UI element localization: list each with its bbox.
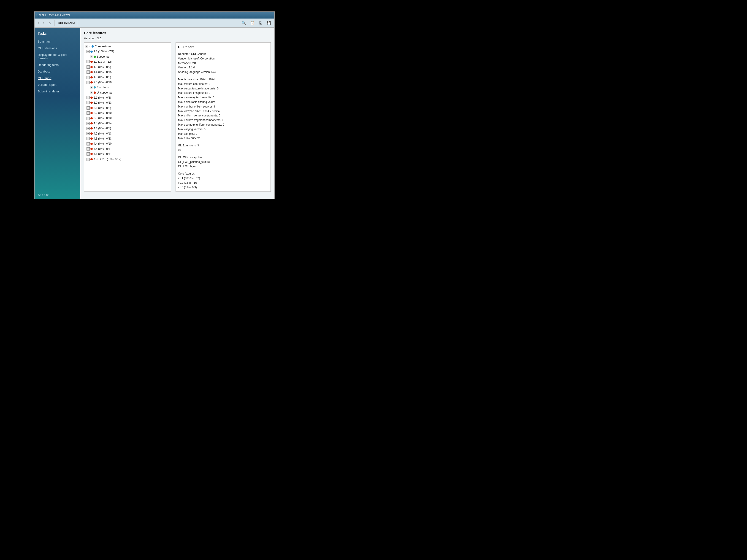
- tree-label-4-6: 4.6 (0 % - 0/11): [94, 152, 112, 156]
- tree-label-arb2015: ARB 2015 (0 % - 0/12): [94, 157, 121, 161]
- tree-item-3-1: + 3.1 (0 % - 0/8): [86, 105, 170, 110]
- dot-3-1: [91, 107, 93, 109]
- tree-label-2-1: 2.1 (0 % - 0/3): [94, 96, 111, 100]
- expand-2-1[interactable]: +: [86, 96, 90, 99]
- texture-line-5: Max anisotropic filtering value: 0: [178, 100, 268, 105]
- texture-line-0: Max texture size: 1024 x 1024: [178, 77, 268, 82]
- texture-line-10: Max geometry uniform components: 0: [178, 123, 268, 127]
- expand-1-5[interactable]: +: [86, 76, 90, 79]
- tree-item-functions: + Functions: [90, 85, 170, 90]
- expand-4-5[interactable]: +: [86, 147, 90, 151]
- gl-report-title: GL Report: [178, 44, 268, 50]
- db-button[interactable]: 🗄: [257, 20, 264, 26]
- sidebar-footer[interactable]: See also: [34, 191, 80, 199]
- tree-item-root: − ⊙ Core features: [85, 44, 170, 49]
- texture-line-7: Max viewport size: 16384 x 16384: [178, 109, 268, 114]
- dot-4-1: [91, 127, 93, 130]
- tree-label-4-1: 4.1 (0 % - 0/7): [94, 126, 111, 131]
- expand-1-3[interactable]: +: [86, 65, 90, 69]
- expand-3-3[interactable]: +: [86, 117, 90, 120]
- sidebar-item-rendering-tests[interactable]: Rendering tests: [34, 61, 80, 68]
- dot-arb2015: [91, 158, 93, 160]
- tree-item-4-6: + 4.6 (0 % - 0/11): [86, 152, 170, 157]
- tree-item-arb2015: + ARB 2015 (0 % - 0/12): [86, 157, 170, 162]
- renderer-line-4: Shading language version: N/A: [178, 70, 268, 75]
- expand-supported[interactable]: +: [90, 55, 93, 58]
- expand-arb2015[interactable]: +: [86, 158, 90, 161]
- expand-1-2[interactable]: +: [86, 60, 90, 63]
- dot-unsupported: [94, 91, 96, 94]
- dot-4-2: [91, 132, 93, 135]
- save-button[interactable]: 💾: [265, 20, 273, 26]
- tree-label-1-3: 1.3 (0 % - 0/9): [94, 65, 111, 69]
- tree-label-1-2: 1.2 (12 % - 1/8): [94, 59, 112, 64]
- expand-4-6[interactable]: +: [86, 152, 90, 156]
- texture-line-4: Max geometry texture units: 0: [178, 96, 268, 100]
- expand-3-2[interactable]: +: [86, 111, 90, 115]
- expand-1-1[interactable]: −: [86, 50, 90, 53]
- dot-1-4: [91, 71, 93, 73]
- tree-label-1-5: 1.5 (0 % - 0/3): [94, 75, 111, 79]
- dot-root: [92, 45, 94, 48]
- sidebar-item-summary[interactable]: Summary: [34, 38, 80, 45]
- tree-label-1-1: 1.1 (100 % - 7/7): [94, 49, 114, 54]
- expand-3-1[interactable]: +: [86, 106, 90, 110]
- expand-1-4[interactable]: +: [86, 71, 90, 74]
- search-button[interactable]: 🔍: [240, 20, 248, 26]
- expand-4-3[interactable]: +: [86, 137, 90, 140]
- version-row: Version: 1.1: [84, 36, 271, 40]
- tree-item-1-5: + 1.5 (0 % - 0/3): [86, 75, 170, 80]
- texture-line-6: Max number of light sources: 8: [178, 105, 268, 109]
- renderer-label: GDI Generic: [58, 21, 75, 25]
- copy-button[interactable]: 📋: [249, 20, 256, 26]
- back-button[interactable]: ‹: [36, 20, 40, 26]
- version-value: 1.1: [97, 36, 102, 40]
- tree-label-root: Core features: [95, 44, 111, 49]
- tree-item-1-3: + 1.3 (0 % - 0/9): [86, 64, 170, 70]
- toolbar-separator-2: [77, 20, 77, 26]
- expand-root[interactable]: −: [85, 45, 88, 48]
- tree-item-3-0: + 3.0 (0 % - 0/23): [86, 100, 170, 105]
- home-button[interactable]: ⌂: [47, 20, 52, 26]
- tree-panel: − ⊙ Core features − 1.1 (100 % - 7/7) +: [84, 42, 171, 192]
- sidebar-item-database[interactable]: Database: [34, 68, 80, 75]
- texture-line-1: Max texture coordinates: 0: [178, 82, 268, 86]
- expand-functions[interactable]: +: [90, 86, 93, 89]
- toolbar-right: 🔍 📋 🗄 💾: [240, 20, 273, 26]
- ext-2: GL_EXT_bgra: [178, 164, 268, 169]
- renderer-info: Renderer: GDI Generic Vendor: Microsoft …: [178, 52, 268, 75]
- dot-4-5: [91, 148, 93, 150]
- expand-4-2[interactable]: +: [86, 132, 90, 135]
- sidebar-item-display-modes[interactable]: Display modes & pixel formats: [34, 51, 80, 61]
- content-header: Core features: [84, 31, 271, 35]
- sidebar-item-submit-renderer[interactable]: Submit renderer: [34, 88, 80, 95]
- toolbar: ‹ › ⌂ GDI Generic 🔍 📋 🗄 💾: [34, 19, 275, 28]
- sidebar-item-gl-report[interactable]: GL Report: [34, 75, 80, 81]
- expand-4-0[interactable]: +: [86, 122, 90, 125]
- gap-3: [178, 153, 268, 155]
- tree-item-4-5: + 4.5 (0 % - 0/11): [86, 146, 170, 152]
- expand-3-0[interactable]: +: [86, 101, 90, 104]
- renderer-line-1: Vendor: Microsoft Corporation: [178, 56, 268, 61]
- title-bar: OpenGL Extensions Viewer: [34, 12, 275, 19]
- sidebar: Tasks Summary GL Extensions Display mode…: [34, 28, 80, 199]
- forward-button[interactable]: ›: [42, 20, 46, 26]
- expand-2-0[interactable]: −: [86, 81, 90, 84]
- tree-label-3-0: 3.0 (0 % - 0/23): [94, 101, 112, 105]
- core-v1-3: v1.3 (0 % - 0/9): [178, 185, 268, 190]
- expand-unsupported[interactable]: +: [90, 91, 93, 94]
- ext-count-1: \i0: [178, 148, 268, 153]
- tree-item-3-3: + 3.3 (0 % - 0/10): [86, 115, 170, 121]
- sidebar-item-vulkan-report[interactable]: Vulkan Report: [34, 81, 80, 88]
- dot-1-2: [91, 61, 93, 63]
- core-v1-2: v1.2 (12 % - 1/8): [178, 181, 268, 185]
- expand-4-4[interactable]: +: [86, 142, 90, 145]
- tree-label-4-2: 4.2 (0 % - 0/13): [94, 131, 112, 136]
- expand-4-1[interactable]: +: [86, 127, 90, 130]
- dot-1-1: [91, 51, 93, 53]
- sidebar-item-gl-extensions[interactable]: GL Extensions: [34, 45, 80, 51]
- gl-report-panel: GL Report Renderer: GDI Generic Vendor: …: [176, 42, 271, 192]
- dot-4-6: [91, 153, 93, 155]
- dot-2-1: [91, 97, 93, 99]
- tree-item-4-4: + 4.4 (0 % - 0/10): [86, 141, 170, 146]
